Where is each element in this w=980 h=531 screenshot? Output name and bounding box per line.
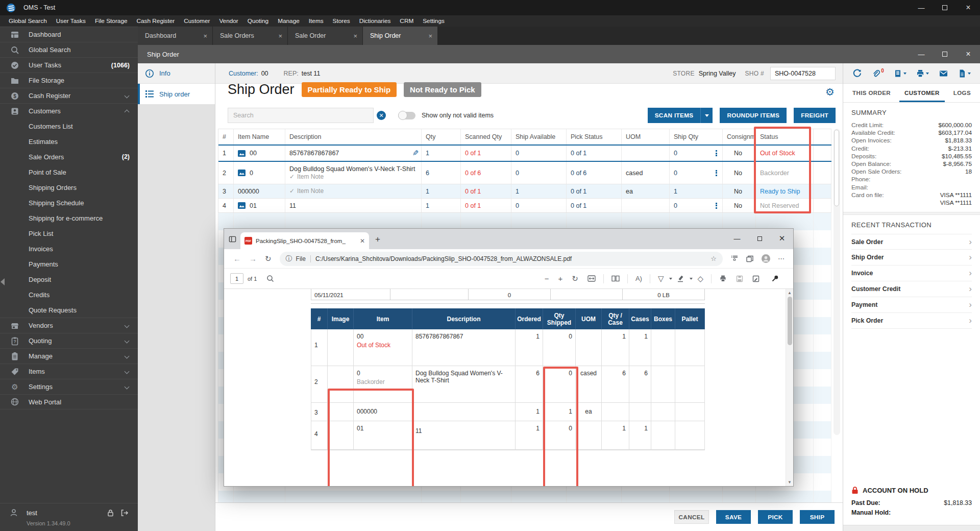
restore-button[interactable] — [933, 45, 957, 63]
rotate-icon[interactable]: ↻ — [572, 274, 578, 283]
close-icon[interactable]: × — [353, 32, 357, 40]
row-actions-icon[interactable] — [716, 169, 717, 177]
sidebar-item-point-of-sale[interactable]: Point of Sale — [0, 164, 138, 180]
menu-customer[interactable]: Customer — [179, 17, 214, 25]
sidebar-item-customers-list[interactable]: Customers List — [0, 118, 138, 134]
recent-invoice[interactable]: Invoice› — [851, 266, 972, 281]
menu-file-storage[interactable]: File Storage — [90, 17, 132, 25]
refresh-icon[interactable] — [852, 68, 862, 78]
maximize-button[interactable] — [748, 229, 771, 248]
add-favorite-icon[interactable]: ☆ — [710, 255, 717, 262]
browser-menu-icon[interactable]: ⋯ — [778, 255, 785, 262]
cancel-button[interactable]: CANCEL — [674, 510, 709, 524]
sidebar-item-shipping-schedule[interactable]: Shipping Schedule — [0, 195, 138, 210]
search-input[interactable] — [228, 108, 374, 123]
sidebar-item-global-search[interactable]: Global Search — [0, 42, 138, 57]
menu-manage[interactable]: Manage — [273, 17, 304, 25]
save-button[interactable]: SAVE — [716, 510, 751, 524]
sidebar-item-invoices[interactable]: Invoices — [0, 241, 138, 256]
profile-avatar[interactable] — [761, 254, 771, 263]
sidebar-item-dashboard[interactable]: Dashboard — [0, 27, 138, 42]
tab-ship-order[interactable]: Ship Order× — [363, 27, 438, 45]
sidebar-item-shipping-ecommerce[interactable]: Shipping for e-commerce — [0, 210, 138, 226]
close-tab-icon[interactable]: ✕ — [360, 237, 365, 245]
menu-quoting[interactable]: Quoting — [243, 17, 273, 25]
ship-button[interactable]: SHIP — [800, 510, 835, 524]
fit-width-icon[interactable] — [587, 275, 596, 282]
subnav-item-info[interactable]: Info — [138, 63, 215, 84]
tab-logs[interactable]: LOGS — [953, 84, 971, 102]
save-icon[interactable] — [736, 275, 743, 282]
sidebar-collapse-icon[interactable] — [1, 278, 5, 285]
print-icon[interactable] — [916, 69, 929, 78]
recent-sale-order[interactable]: Sale Order› — [851, 234, 972, 250]
sidebar-item-shipping-orders[interactable]: Shipping Orders — [0, 180, 138, 195]
row-actions-icon[interactable] — [716, 150, 717, 157]
pin-toolbar-icon[interactable] — [771, 275, 779, 282]
tab-this-order[interactable]: THIS ORDER — [852, 84, 891, 102]
draw-icon[interactable]: ▽ — [658, 274, 664, 283]
table-row[interactable]: 4 01 11 1 0 of 1 0 0 of 1 0 No Not Reser… — [218, 199, 831, 213]
sidebar-item-sale-orders[interactable]: Sale Orders(2) — [0, 149, 138, 164]
close-button[interactable]: × — [957, 0, 980, 15]
sidebar-item-file-storage[interactable]: File Storage — [0, 73, 138, 88]
table-row[interactable]: 3 000000 ✓Item Note 1 0 of 1 1 0 of 1 ea… — [218, 184, 831, 199]
url-field[interactable]: ⓘ File C:/Users/Karina_Shchitova/Downloa… — [280, 252, 723, 266]
sidebar-item-pick-list[interactable]: Pick List — [0, 226, 138, 241]
sidebar-item-estimates[interactable]: Estimates — [0, 134, 138, 149]
table-scrollbar[interactable] — [834, 129, 840, 435]
zoom-out-icon[interactable]: − — [545, 274, 549, 283]
subnav-item-ship-order[interactable]: Ship order — [138, 84, 215, 104]
sidebar-item-cash-register[interactable]: $ Cash Register — [0, 88, 138, 103]
minimize-button[interactable]: — — [910, 0, 933, 15]
tab-sale-order[interactable]: Sale Order× — [288, 27, 363, 45]
row-actions-icon[interactable] — [716, 202, 717, 209]
menu-crm[interactable]: CRM — [395, 17, 418, 25]
sidebar-item-web-portal[interactable]: Web Portal — [0, 394, 138, 409]
recent-customer-credit[interactable]: Customer Credit› — [851, 281, 972, 297]
table-row[interactable]: 2 0 Dog Bulldog Squad Women's V-Neck T-S… — [218, 162, 831, 184]
page-number-input[interactable]: 1 — [230, 273, 243, 284]
close-icon[interactable]: × — [428, 32, 432, 40]
menu-items[interactable]: Items — [304, 17, 328, 25]
roundup-items-button[interactable]: ROUNDUP ITEMS — [720, 108, 787, 123]
recent-pick-order[interactable]: Pick Order› — [851, 313, 972, 329]
sidebar-item-payments[interactable]: Payments — [0, 256, 138, 272]
sidebar-item-vendors[interactable]: Vendors — [0, 318, 138, 333]
menu-dictionaries[interactable]: Dictionaries — [355, 17, 396, 25]
highlight-icon[interactable] — [677, 275, 684, 282]
sidebar-item-quoting[interactable]: ? Quoting — [0, 333, 138, 348]
menu-user-tasks[interactable]: User Tasks — [52, 17, 90, 25]
page-view-icon[interactable] — [611, 275, 620, 282]
attachments-icon[interactable]: 0 — [871, 69, 884, 78]
sidebar-item-manage[interactable]: Manage — [0, 348, 138, 364]
tab-dashboard[interactable]: Dashboard× — [138, 27, 213, 45]
scan-items-button[interactable]: SCAN ITEMS — [648, 108, 701, 123]
tab-customer[interactable]: CUSTOMER — [904, 84, 940, 102]
sidebar-item-credits[interactable]: Credits — [0, 287, 138, 302]
erase-icon[interactable]: ◇ — [697, 274, 703, 283]
minimize-button[interactable]: — — [910, 45, 933, 63]
close-icon[interactable]: × — [203, 32, 207, 40]
restore-button[interactable] — [933, 0, 957, 15]
table-row[interactable]: 1 00 85767867867867✎ 1 0 of 1 0 0 of 1 0… — [218, 146, 831, 162]
menu-settings[interactable]: Settings — [418, 17, 449, 25]
scan-items-dropdown[interactable] — [700, 108, 713, 123]
sidebar-item-deposit[interactable]: Deposit — [0, 272, 138, 287]
menu-cash-register[interactable]: Cash Register — [132, 17, 180, 25]
forward-icon[interactable]: → — [249, 254, 257, 263]
recent-payment[interactable]: Payment› — [851, 297, 972, 313]
minimize-button[interactable]: — — [726, 229, 748, 248]
close-button[interactable]: ✕ — [771, 229, 793, 248]
recent-ship-order[interactable]: Ship Order› — [851, 250, 972, 266]
s idebar-item-items[interactable]: Items — [0, 364, 138, 379]
sho-number-input[interactable] — [770, 67, 836, 80]
page-info-icon[interactable]: ⓘ — [286, 254, 292, 263]
vertical-tabs-icon[interactable] — [229, 235, 236, 243]
back-icon[interactable]: ← — [233, 254, 241, 263]
receipt-icon[interactable] — [893, 69, 906, 78]
pdf-scrollbar[interactable]: ▲ ▼ — [786, 289, 793, 486]
sidebar-item-settings[interactable]: ⚙ Settings — [0, 379, 138, 394]
pick-button[interactable]: PICK — [758, 510, 793, 524]
table-settings-gear-icon[interactable]: ⚙ — [825, 86, 835, 98]
